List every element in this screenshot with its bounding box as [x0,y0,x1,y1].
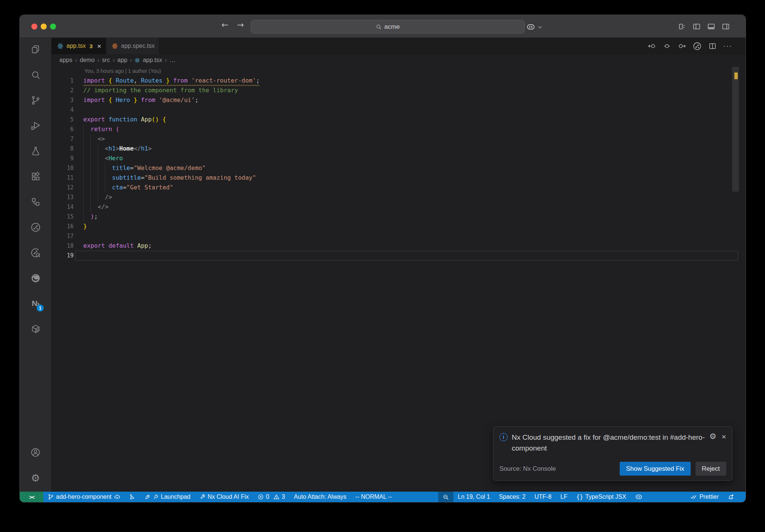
extensions-icon[interactable] [27,168,44,185]
code-line[interactable]: 17 [52,231,746,241]
vim-mode-status-item[interactable]: -- NORMAL -- [351,492,396,502]
settings-gear-icon[interactable]: ⚙ [27,469,44,486]
code-line[interactable]: 1import { Route, Routes } from 'react-ro… [52,76,746,86]
code-line[interactable]: 10 title="Welcmoe @acme/demo" [52,163,746,173]
line-number[interactable]: 14 [52,202,74,212]
code-line[interactable]: 13 /> [52,192,746,202]
line-number[interactable]: 13 [52,192,74,202]
customize-layout-icon[interactable] [678,22,686,31]
line-number[interactable]: 5 [52,115,74,124]
problems-status-item[interactable]: 0 3 [253,492,289,502]
zoom-window-button[interactable] [50,24,56,30]
code-line[interactable]: 15 ); [52,212,746,222]
eol-status-item[interactable]: LF [556,492,572,502]
breadcrumb-item[interactable]: apps [59,57,72,64]
encoding-status-item[interactable]: UTF-8 [530,492,556,502]
breadcrumb-file[interactable]: app.tsx [143,57,162,64]
line-number[interactable]: 19 [52,251,74,260]
code-line[interactable]: 8 <h1>Home</h1> [52,144,746,154]
notification-settings-icon[interactable]: ⚙ [709,432,716,441]
code-line[interactable]: 11 subtitle="Build something amazing tod… [52,173,746,183]
search-icon[interactable] [27,66,44,83]
code-line[interactable]: 3import { Hero } from '@acme/ui'; [52,95,746,105]
code-line[interactable]: 14 </> [52,202,746,212]
line-number[interactable]: 16 [52,222,74,231]
close-icon[interactable]: × [722,433,726,440]
line-number[interactable]: 8 [52,144,74,154]
code-line[interactable]: 2// importing the component from the lib… [52,86,746,95]
code-line[interactable]: 7 <> [52,134,746,144]
testing-icon[interactable] [27,142,44,160]
code-line[interactable]: 12 cta="Get Started" [52,183,746,192]
run-debug-icon[interactable] [27,117,44,134]
explorer-icon[interactable] [27,41,44,58]
auto-attach-status-item[interactable]: Auto Attach: Always [289,492,351,502]
code-line[interactable]: 6 return ( [52,124,746,134]
indentation-status-item[interactable]: Spaces: 2 [495,492,530,502]
breadcrumb-item[interactable]: src [102,57,110,64]
line-number[interactable]: 11 [52,173,74,183]
line-number[interactable]: 10 [52,163,74,173]
copilot-status-item[interactable] [631,492,647,502]
code-line[interactable]: 9 <Hero [52,154,746,163]
copilot-menu-button[interactable] [526,22,542,31]
line-number[interactable]: 17 [52,231,74,241]
tab-app-spec-tsx[interactable]: app.spec.tsx [106,38,159,54]
branch-status-item[interactable]: add-hero-component [43,492,125,502]
code-line[interactable]: 5export function App() { [52,115,746,124]
code-line[interactable]: 19 [52,251,746,260]
formatter-status-item[interactable]: Prettier [686,492,723,502]
line-number[interactable]: 4 [52,105,74,115]
line-number[interactable]: 9 [52,154,74,163]
toggle-primary-sidebar-icon[interactable] [693,22,701,31]
commit-graph-icon[interactable] [27,219,44,236]
minimize-window-button[interactable] [41,24,47,30]
zoom-indicator[interactable] [438,492,453,502]
breadcrumb-item[interactable]: demo [80,57,95,64]
code-line[interactable]: 18export default App; [52,241,746,251]
line-number[interactable]: 2 [52,86,74,95]
tab-app-tsx[interactable]: app.tsx 3 × [52,38,106,54]
line-number[interactable]: 7 [52,134,74,144]
command-center[interactable]: acme [251,20,525,34]
package-icon[interactable] [27,320,44,337]
source-control-icon[interactable] [27,92,44,109]
accounts-icon[interactable] [27,444,44,461]
line-number[interactable]: 15 [52,212,74,222]
toggle-secondary-sidebar-icon[interactable] [722,22,730,31]
cursor-position-status-item[interactable]: Ln 19, Col 1 [453,492,495,502]
split-editor-icon[interactable] [708,42,717,50]
previous-change-icon[interactable] [648,42,656,50]
nx-console-icon[interactable]: N› 1 [27,295,44,312]
launchpad-status-item[interactable]: Launchpad [140,492,195,502]
commit-graph-search-icon[interactable] [27,244,44,261]
toggle-panel-icon[interactable] [707,22,715,31]
nx-cloud-fix-status-item[interactable]: Nx Cloud AI Fix [195,492,253,502]
reject-button[interactable]: Reject [696,462,726,476]
more-actions-icon[interactable]: ··· [723,42,732,50]
show-suggested-fix-button[interactable]: Show Suggested Fix [620,462,691,476]
language-mode-status-item[interactable]: {} TypeScript JSX [572,492,631,502]
code-line[interactable]: 4 [52,105,746,115]
breadcrumb-symbol[interactable]: … [170,57,176,64]
line-number[interactable]: 3 [52,95,74,105]
line-number[interactable]: 18 [52,241,74,251]
remote-indicator[interactable]: >< [20,492,43,502]
navigate-back-icon[interactable]: ← [220,20,230,30]
line-number[interactable]: 12 [52,183,74,192]
run-commit-graph-icon[interactable] [693,41,702,51]
line-number[interactable]: 6 [52,124,74,134]
edge-browser-icon[interactable] [27,269,44,287]
close-tab-icon[interactable]: × [97,43,101,50]
graph-nodes-icon[interactable] [27,193,44,210]
close-window-button[interactable] [31,24,37,30]
current-change-icon[interactable] [663,42,671,50]
line-number[interactable]: 1 [52,76,74,86]
commit-graph-status-item[interactable] [125,492,140,502]
scrollbar-thumb[interactable] [732,67,739,192]
next-change-icon[interactable] [678,42,686,50]
navigate-forward-icon[interactable]: → [236,20,245,30]
code-line[interactable]: 16} [52,222,746,231]
notifications-status-item[interactable] [723,492,739,502]
breadcrumb-item[interactable]: app [117,57,127,64]
